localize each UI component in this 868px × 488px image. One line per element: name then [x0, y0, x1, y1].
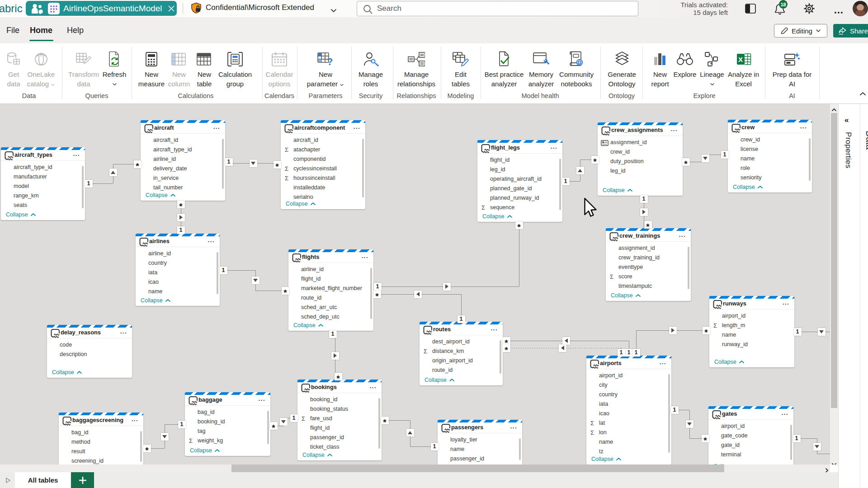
svg-text:X: X: [738, 56, 743, 63]
svg-text:?: ?: [327, 56, 333, 67]
svg-text:1: 1: [39, 10, 42, 14]
